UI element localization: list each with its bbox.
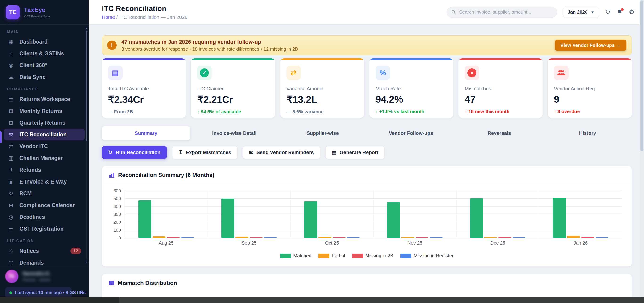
breadcrumb-rest: / ITC Reconciliation — Jan 2026: [115, 14, 188, 20]
sidebar: TE TaxEye GST Practice Suite MAIN▦Dashbo…: [0, 0, 89, 303]
sidebar-item-label: Demands: [19, 260, 44, 266]
clients-gstins-icon: ⌂: [8, 50, 14, 57]
sidebar-scrollbar[interactable]: ▴ ▾: [86, 26, 88, 264]
tab-invoice-wise-detail[interactable]: Invoice-wise Detail: [190, 126, 279, 140]
brand-subtitle: GST Practice Suite: [24, 14, 50, 18]
sidebar-item-label: Monthly Returns: [19, 108, 62, 114]
legend-item-partial: Partial: [318, 253, 345, 259]
sidebar-item-refunds[interactable]: ₹Refunds: [4, 164, 85, 176]
x-tick-label: Oct 25: [290, 240, 374, 246]
sidebar-item-vendor-itc[interactable]: ⇄Vendor ITC: [4, 140, 85, 152]
sidebar-item-demands[interactable]: ▢Demands: [4, 257, 85, 266]
sidebar-item-rcm[interactable]: ↻RCM: [4, 188, 85, 199]
taskbar-segment: [0, 297, 119, 303]
bar-missing-in-register: [264, 238, 277, 238]
alert-subtitle: 3 vendors overdue for response • 18 invo…: [122, 46, 298, 52]
kpi-value: 47: [464, 94, 536, 105]
sidebar-item-clients-gstins[interactable]: ⌂Clients & GSTINs: [4, 48, 85, 59]
sidebar-item-label: Returns Workspace: [19, 96, 70, 102]
sidebar-item-monthly-returns[interactable]: ⊞Monthly Returns: [4, 105, 85, 117]
brand-logo: TE: [6, 5, 20, 19]
x-tick-label: Aug 25: [125, 240, 208, 246]
bar-group-aug-25: [125, 191, 208, 238]
view-vendor-followups-button[interactable]: View Vendor Follow-ups →: [555, 39, 626, 51]
kpi-label: Variance Amount: [286, 86, 358, 91]
bottom-taskbar: [0, 297, 644, 303]
button-label: Run Reconciliation: [116, 150, 160, 155]
brand-initials: TE: [9, 9, 16, 15]
kpi-label: Mismatches: [464, 86, 536, 91]
bar-group-oct-25: [290, 191, 374, 238]
sidebar-item-label: Data Sync: [19, 74, 46, 80]
legend-swatch: [352, 254, 363, 258]
export-mismatches-button[interactable]: ↧Export Mismatches: [172, 146, 238, 159]
generate-report-button[interactable]: ▤Generate Report: [325, 146, 385, 159]
sidebar-item-deadlines[interactable]: ◷Deadlines: [4, 211, 85, 223]
e-invoice-e-way-icon: ▣: [8, 179, 14, 185]
legend-label: Missing in Register: [414, 253, 454, 259]
bar-missing-in-2b: [332, 238, 346, 238]
legend-label: Partial: [332, 253, 345, 259]
kpi-label: Vendor Action Req.: [554, 86, 626, 91]
sidebar-item-compliance-calendar[interactable]: ⊟Compliance Calendar: [4, 199, 85, 211]
bar-matched: [221, 199, 234, 238]
send-vendor-reminders-button[interactable]: ✉Send Vendor Reminders: [243, 146, 320, 159]
kpi-delta: ↑ 18 new this month: [464, 109, 536, 114]
tab-vendor-follow-ups[interactable]: Vendor Follow-ups: [367, 126, 455, 140]
page-scrollbar[interactable]: [640, 0, 644, 297]
sidebar-item-itc-reconciliation[interactable]: ⚖ITC Reconciliation: [4, 129, 85, 140]
grid-icon: [109, 280, 114, 286]
chart-plot-area: 0100200300400500600: [125, 191, 622, 238]
mismatch-title: Mismatch Distribution: [118, 280, 177, 286]
user-profile[interactable]: TE Narendra K. Partner · Admin Last sync…: [0, 266, 89, 297]
monthly-returns-icon: ⊞: [8, 108, 14, 114]
tab-reversals[interactable]: Reversals: [455, 126, 544, 140]
sidebar-item-label: Deadlines: [19, 214, 45, 220]
refresh-icon[interactable]: ↻: [605, 9, 610, 15]
sidebar-item-notices[interactable]: ⚠Notices12: [4, 245, 85, 257]
sidebar-item-dashboard[interactable]: ▦Dashboard: [4, 36, 85, 48]
tab-history[interactable]: History: [543, 126, 632, 140]
notices-icon: ⚠: [8, 248, 14, 254]
notifications-button[interactable]: [616, 9, 623, 15]
tab-supplier-wise[interactable]: Supplier-wise: [278, 126, 367, 140]
sidebar-item-label: ITC Reconciliation: [19, 131, 67, 138]
global-search[interactable]: [447, 6, 557, 18]
breadcrumb: Home / ITC Reconciliation — Jan 2026: [102, 14, 188, 20]
period-select[interactable]: Jan 2026 ▼: [563, 6, 599, 18]
bar-group-sep-25: [208, 191, 291, 238]
bar-missing-in-2b: [250, 238, 262, 238]
sidebar-item-returns-workspace[interactable]: ▤Returns Workspace: [4, 93, 85, 105]
search-input[interactable]: [459, 9, 552, 15]
gear-icon[interactable]: ⚙: [629, 9, 634, 15]
sidebar-item-gst-registration[interactable]: ▭GST Registration: [4, 223, 85, 235]
tab-summary[interactable]: Summary: [102, 126, 190, 140]
notices-count-badge: 12: [70, 248, 81, 254]
reconciliation-summary-card: Reconciliation Summary (6 Months) 010020…: [102, 166, 632, 267]
send-vendor-reminders-icon: ✉: [249, 150, 254, 155]
kpi-delta: — From 2B: [108, 109, 180, 114]
page-scrollbar-thumb[interactable]: [640, 0, 643, 151]
legend-swatch: [318, 254, 329, 258]
sidebar-item-quarterly-returns[interactable]: ⊡Quarterly Returns: [4, 117, 85, 129]
sidebar-item-challan-manager[interactable]: ▥Challan Manager: [4, 152, 85, 164]
button-label: Send Vendor Reminders: [256, 150, 314, 155]
sidebar-item-label: Notices: [19, 248, 39, 254]
run-reconciliation-button[interactable]: ↻Run Reconciliation: [102, 146, 167, 159]
kpi-value: ₹13.2L: [286, 94, 358, 105]
x-tick-label: Nov 25: [374, 240, 456, 246]
bar-matched: [470, 198, 483, 238]
legend-label: Missing in 2B: [365, 253, 394, 259]
sidebar-item-e-invoice-e-way[interactable]: ▣E-Invoice & E-Way: [4, 176, 85, 188]
scroll-down-icon[interactable]: ▾: [86, 261, 88, 264]
sidebar-item-data-sync[interactable]: ☁Data Sync: [4, 71, 85, 83]
button-label: Export Mismatches: [186, 150, 231, 155]
kpi-label: ITC Claimed: [197, 86, 269, 91]
bar-missing-in-2b: [167, 237, 180, 238]
sidebar-item-client-360[interactable]: ◉Client 360°: [4, 59, 85, 71]
scrollbar-thumb[interactable]: [86, 31, 88, 141]
breadcrumb-home-link[interactable]: Home: [102, 14, 115, 20]
scroll-up-icon[interactable]: ▴: [86, 26, 88, 29]
warning-icon: !: [107, 40, 117, 50]
topbar: ITC Reconciliation Home / ITC Reconcilia…: [89, 0, 644, 24]
